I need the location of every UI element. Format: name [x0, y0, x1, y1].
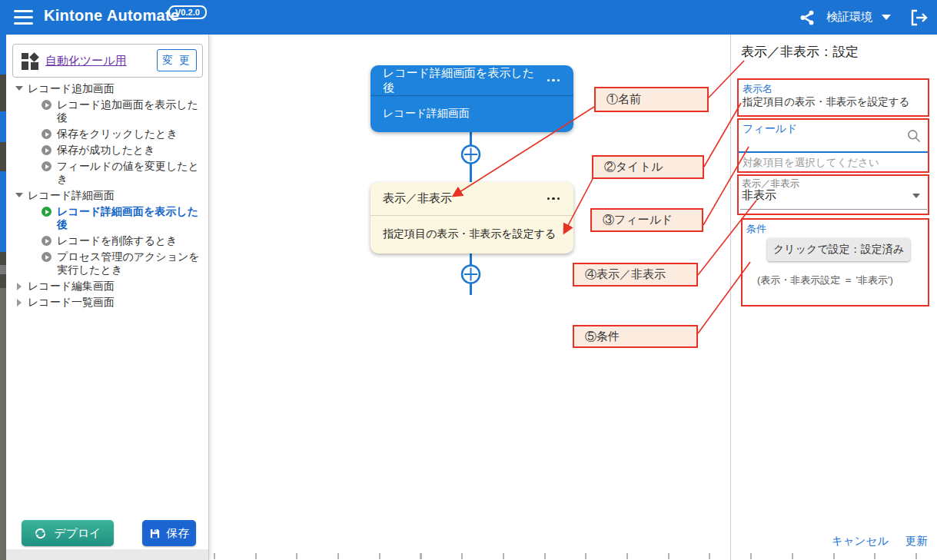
deploy-button[interactable]: デプロイ — [22, 520, 114, 546]
tree-item[interactable]: プロセス管理のアクションを実行したとき — [11, 249, 204, 278]
update-link[interactable]: 更新 — [905, 534, 928, 548]
annotation-name: ①名前 — [594, 87, 709, 112]
expand-open-icon — [15, 86, 23, 91]
node-name: 表示／非表示 — [383, 191, 452, 206]
expand-closed-icon — [17, 299, 22, 307]
event-icon — [42, 100, 52, 110]
display-name-value[interactable]: 指定項目の表示・非表示を設定する — [743, 95, 909, 109]
display-name-label: 表示名 — [743, 82, 773, 96]
top-app-bar: Kintone Automate V0.2.0 検証環境 — [0, 0, 937, 35]
change-app-button[interactable]: 変 更 — [157, 49, 197, 71]
input-focus-underline — [739, 151, 928, 153]
field-label: フィールド — [743, 122, 797, 136]
search-icon[interactable] — [906, 128, 922, 147]
tree-group-record-list[interactable]: レコード一覧画面 — [11, 294, 204, 310]
bottom-ruler-ticks — [214, 553, 934, 559]
tree-group-record-detail[interactable]: レコード詳細画面 — [11, 187, 204, 204]
app-title: Kintone Automate — [44, 7, 179, 25]
menu-icon[interactable] — [14, 10, 33, 25]
condition-summary: (表示・非表示設定 ＝ '非表示') — [757, 273, 893, 287]
select-underline — [740, 209, 927, 210]
field-placeholder: 対象項目を選択してください — [743, 156, 879, 170]
event-icon — [42, 236, 52, 246]
node-name: レコード詳細画面を表示した後 — [383, 66, 546, 95]
node-menu-icon[interactable] — [546, 194, 562, 204]
node-menu-icon[interactable] — [546, 76, 562, 85]
tree-item[interactable]: 保存をクリックしたとき — [11, 126, 204, 142]
visibility-select[interactable]: 表示／非表示 非表示 — [737, 174, 929, 215]
app-selector: 自動化ツール用 変 更 — [12, 44, 203, 78]
panel-title: 表示／非表示：設定 — [741, 43, 859, 61]
annotation-condition: ⑤条件 — [573, 325, 698, 348]
event-icon-active — [42, 207, 52, 217]
select-caret-icon[interactable] — [912, 194, 920, 198]
tree-item-active[interactable]: レコード詳細画面を表示した後 — [11, 204, 204, 233]
node-title: レコード詳細画面 — [383, 107, 470, 121]
visibility-value: 非表示 — [742, 188, 776, 203]
cancel-link[interactable]: キャンセル — [832, 534, 889, 548]
tree-item[interactable]: フィールドの値を変更したとき — [11, 158, 204, 187]
app-icon — [22, 53, 38, 70]
share-icon[interactable] — [799, 9, 816, 26]
settings-panel: 表示／非表示：設定 表示名 指定項目の表示・非表示を設定する フィールド 対象項… — [730, 35, 937, 560]
event-icon — [42, 161, 52, 171]
tree-item[interactable]: 保存が成功したとき — [11, 142, 204, 158]
kintone-automate-app: Kintone Automate V0.2.0 検証環境 自動化ツール用 変 更 — [0, 0, 937, 560]
flow-node-action[interactable]: 表示／非表示 指定項目の表示・非表示を設定する — [370, 182, 573, 253]
display-name-field[interactable]: 表示名 指定項目の表示・非表示を設定する — [737, 78, 929, 117]
expand-closed-icon — [17, 283, 22, 290]
floppy-icon — [149, 528, 161, 539]
annotation-field: ③フィールド — [590, 208, 703, 232]
environment-dropdown-icon[interactable] — [882, 15, 891, 20]
sidebar-footer-strip — [6, 549, 208, 560]
flow-node-trigger[interactable]: レコード詳細画面を表示した後 レコード詳細画面 — [370, 65, 573, 132]
event-tree: レコード追加画面 レコード追加画面を表示した後 保存をクリックしたとき 保存が成… — [11, 81, 204, 310]
event-icon — [42, 129, 52, 139]
event-icon — [42, 145, 52, 155]
add-node-button-1[interactable] — [462, 146, 480, 164]
tree-item[interactable]: レコードを削除するとき — [11, 233, 204, 249]
tree-group-record-add[interactable]: レコード追加画面 — [11, 81, 204, 97]
condition-section: 条件 クリックで設定：設定済み (表示・非表示設定 ＝ '非表示') — [741, 218, 929, 307]
app-name-link[interactable]: 自動化ツール用 — [45, 54, 127, 68]
event-icon — [42, 252, 52, 262]
annotation-visibility: ④表示／非表示 — [573, 263, 698, 287]
tree-group-record-edit[interactable]: レコード編集画面 — [11, 278, 204, 294]
save-button[interactable]: 保存 — [142, 520, 196, 546]
annotation-title: ②タイトル — [592, 155, 704, 179]
node-title: 指定項目の表示・非表示を設定する — [383, 227, 556, 241]
environment-label: 検証環境 — [826, 10, 872, 25]
sync-icon — [34, 527, 47, 540]
logout-icon[interactable] — [909, 8, 928, 27]
tree-item[interactable]: レコード追加画面を表示した後 — [11, 97, 204, 126]
expand-open-icon — [15, 193, 23, 197]
add-node-button-2[interactable] — [462, 266, 480, 283]
version-badge: V0.2.0 — [168, 5, 207, 19]
collapsed-nav-strip[interactable] — [0, 35, 6, 560]
condition-set-button[interactable]: クリックで設定：設定済み — [767, 238, 910, 261]
field-search-input[interactable]: フィールド 対象項目を選択してください — [737, 118, 929, 173]
sidebar: 自動化ツール用 変 更 レコード追加画面 レコード追加画面を表示した後 保存をク… — [6, 35, 209, 560]
condition-label: 条件 — [746, 222, 766, 236]
